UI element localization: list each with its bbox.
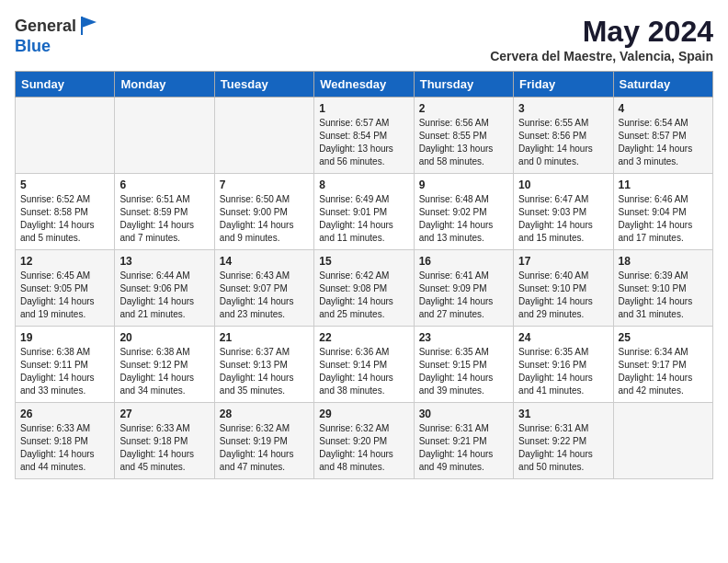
day-number: 27 (119, 408, 209, 420)
day-info: Sunrise: 6:32 AM Sunset: 9:19 PM Dayligh… (220, 422, 309, 474)
day-info: Sunrise: 6:43 AM Sunset: 9:07 PM Dayligh… (220, 270, 309, 321)
day-info: Sunrise: 6:40 AM Sunset: 9:10 PM Dayligh… (518, 270, 608, 321)
title-block: May 2024 Cervera del Maestre, Valencia, … (490, 15, 713, 63)
day-number: 17 (518, 255, 608, 268)
calendar-cell: 23Sunrise: 6:35 AM Sunset: 9:15 PM Dayli… (414, 327, 513, 403)
calendar-cell: 12Sunrise: 6:45 AM Sunset: 9:05 PM Dayli… (16, 250, 115, 327)
day-number: 4 (619, 102, 708, 115)
day-number: 29 (319, 408, 408, 420)
calendar-cell: 19Sunrise: 6:38 AM Sunset: 9:11 PM Dayli… (16, 327, 115, 403)
day-info: Sunrise: 6:32 AM Sunset: 9:20 PM Dayligh… (319, 422, 408, 474)
month-year-title: May 2024 (490, 15, 713, 49)
day-info: Sunrise: 6:36 AM Sunset: 9:14 PM Dayligh… (319, 346, 408, 397)
day-number: 3 (518, 102, 608, 115)
day-number: 12 (20, 255, 109, 268)
logo: General Blue (15, 15, 100, 56)
day-info: Sunrise: 6:54 AM Sunset: 8:57 PM Dayligh… (619, 117, 708, 168)
calendar-cell: 29Sunrise: 6:32 AM Sunset: 9:20 PM Dayli… (314, 403, 414, 479)
calendar-cell: 8Sunrise: 6:49 AM Sunset: 9:01 PM Daylig… (314, 174, 414, 250)
day-info: Sunrise: 6:33 AM Sunset: 9:18 PM Dayligh… (119, 422, 209, 474)
calendar-cell: 2Sunrise: 6:56 AM Sunset: 8:55 PM Daylig… (414, 98, 513, 174)
day-info: Sunrise: 6:37 AM Sunset: 9:13 PM Dayligh… (220, 346, 309, 397)
calendar-cell: 7Sunrise: 6:50 AM Sunset: 9:00 PM Daylig… (214, 174, 313, 250)
day-info: Sunrise: 6:39 AM Sunset: 9:10 PM Dayligh… (619, 270, 708, 321)
day-info: Sunrise: 6:50 AM Sunset: 9:00 PM Dayligh… (220, 193, 309, 245)
day-info: Sunrise: 6:44 AM Sunset: 9:06 PM Dayligh… (119, 270, 209, 321)
header-thursday: Thursday (414, 72, 513, 98)
day-number: 14 (220, 255, 309, 268)
calendar-cell: 16Sunrise: 6:41 AM Sunset: 9:09 PM Dayli… (414, 250, 513, 327)
calendar-cell: 15Sunrise: 6:42 AM Sunset: 9:08 PM Dayli… (314, 250, 414, 327)
day-info: Sunrise: 6:33 AM Sunset: 9:18 PM Dayligh… (20, 422, 109, 474)
header-sunday: Sunday (16, 72, 115, 98)
calendar-cell: 11Sunrise: 6:46 AM Sunset: 9:04 PM Dayli… (613, 174, 712, 250)
day-number: 2 (419, 102, 508, 115)
calendar-cell: 26Sunrise: 6:33 AM Sunset: 9:18 PM Dayli… (16, 403, 115, 479)
calendar-cell: 4Sunrise: 6:54 AM Sunset: 8:57 PM Daylig… (613, 98, 712, 174)
logo-flag-icon (78, 15, 100, 37)
calendar-cell (613, 403, 712, 479)
day-number: 10 (518, 178, 608, 191)
day-info: Sunrise: 6:31 AM Sunset: 9:22 PM Dayligh… (518, 422, 608, 474)
day-info: Sunrise: 6:38 AM Sunset: 9:12 PM Dayligh… (119, 346, 209, 397)
day-info: Sunrise: 6:46 AM Sunset: 9:04 PM Dayligh… (619, 193, 708, 245)
day-info: Sunrise: 6:47 AM Sunset: 9:03 PM Dayligh… (518, 193, 608, 245)
calendar-cell: 9Sunrise: 6:48 AM Sunset: 9:02 PM Daylig… (414, 174, 513, 250)
day-number: 8 (319, 178, 408, 191)
calendar-week-row: 5Sunrise: 6:52 AM Sunset: 8:58 PM Daylig… (16, 174, 713, 250)
calendar-table: Sunday Monday Tuesday Wednesday Thursday… (15, 71, 713, 479)
calendar-cell: 17Sunrise: 6:40 AM Sunset: 9:10 PM Dayli… (514, 250, 613, 327)
header-monday: Monday (115, 72, 214, 98)
header-friday: Friday (514, 72, 613, 98)
day-info: Sunrise: 6:57 AM Sunset: 8:54 PM Dayligh… (319, 117, 408, 168)
header-tuesday: Tuesday (214, 72, 313, 98)
calendar-cell: 21Sunrise: 6:37 AM Sunset: 9:13 PM Dayli… (214, 327, 313, 403)
day-info: Sunrise: 6:51 AM Sunset: 8:59 PM Dayligh… (119, 193, 209, 245)
day-number: 31 (518, 408, 608, 420)
day-number: 26 (20, 408, 109, 420)
day-number: 1 (319, 102, 408, 115)
calendar-cell: 24Sunrise: 6:35 AM Sunset: 9:16 PM Dayli… (514, 327, 613, 403)
day-number: 15 (319, 255, 408, 268)
calendar-cell: 6Sunrise: 6:51 AM Sunset: 8:59 PM Daylig… (115, 174, 214, 250)
day-info: Sunrise: 6:48 AM Sunset: 9:02 PM Dayligh… (419, 193, 508, 245)
svg-rect-1 (81, 17, 83, 35)
day-info: Sunrise: 6:34 AM Sunset: 9:17 PM Dayligh… (619, 346, 708, 397)
day-info: Sunrise: 6:56 AM Sunset: 8:55 PM Dayligh… (419, 117, 508, 168)
day-info: Sunrise: 6:55 AM Sunset: 8:56 PM Dayligh… (518, 117, 608, 168)
day-info: Sunrise: 6:49 AM Sunset: 9:01 PM Dayligh… (319, 193, 408, 245)
day-info: Sunrise: 6:45 AM Sunset: 9:05 PM Dayligh… (20, 270, 109, 321)
day-info: Sunrise: 6:35 AM Sunset: 9:15 PM Dayligh… (419, 346, 508, 397)
day-info: Sunrise: 6:52 AM Sunset: 8:58 PM Dayligh… (20, 193, 109, 245)
calendar-cell: 3Sunrise: 6:55 AM Sunset: 8:56 PM Daylig… (514, 98, 613, 174)
page-header: General Blue May 2024 Cervera del Maestr… (15, 15, 713, 63)
calendar-cell: 1Sunrise: 6:57 AM Sunset: 8:54 PM Daylig… (314, 98, 414, 174)
calendar-cell: 5Sunrise: 6:52 AM Sunset: 8:58 PM Daylig… (16, 174, 115, 250)
calendar-week-row: 19Sunrise: 6:38 AM Sunset: 9:11 PM Dayli… (16, 327, 713, 403)
logo-blue: Blue (15, 37, 51, 56)
day-info: Sunrise: 6:41 AM Sunset: 9:09 PM Dayligh… (419, 270, 508, 321)
calendar-cell (214, 98, 313, 174)
day-number: 24 (518, 331, 608, 344)
calendar-cell: 25Sunrise: 6:34 AM Sunset: 9:17 PM Dayli… (613, 327, 712, 403)
day-number: 30 (419, 408, 508, 420)
calendar-cell: 28Sunrise: 6:32 AM Sunset: 9:19 PM Dayli… (214, 403, 313, 479)
calendar-cell: 30Sunrise: 6:31 AM Sunset: 9:21 PM Dayli… (414, 403, 513, 479)
day-number: 20 (119, 331, 209, 344)
day-number: 7 (220, 178, 309, 191)
day-number: 25 (619, 331, 708, 344)
day-info: Sunrise: 6:42 AM Sunset: 9:08 PM Dayligh… (319, 270, 408, 321)
day-number: 16 (419, 255, 508, 268)
day-number: 18 (619, 255, 708, 268)
calendar-cell: 13Sunrise: 6:44 AM Sunset: 9:06 PM Dayli… (115, 250, 214, 327)
day-number: 21 (220, 331, 309, 344)
svg-marker-0 (82, 17, 97, 28)
day-info: Sunrise: 6:35 AM Sunset: 9:16 PM Dayligh… (518, 346, 608, 397)
calendar-cell: 18Sunrise: 6:39 AM Sunset: 9:10 PM Dayli… (613, 250, 712, 327)
calendar-cell: 14Sunrise: 6:43 AM Sunset: 9:07 PM Dayli… (214, 250, 313, 327)
calendar-cell: 31Sunrise: 6:31 AM Sunset: 9:22 PM Dayli… (514, 403, 613, 479)
day-number: 11 (619, 178, 708, 191)
calendar-cell (115, 98, 214, 174)
weekday-header-row: Sunday Monday Tuesday Wednesday Thursday… (16, 72, 713, 98)
day-number: 5 (20, 178, 109, 191)
